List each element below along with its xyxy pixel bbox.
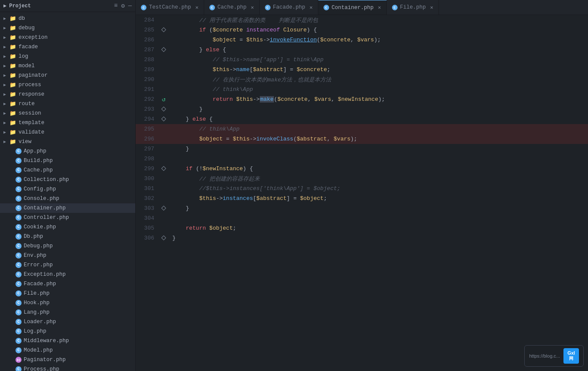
sidebar-actions: ≡ ⚙ — — [114, 2, 132, 9]
code-line-289: 289 $this->name[$abstract] = $concrete; — [136, 65, 588, 75]
file-lang[interactable]: C Lang.php — [0, 308, 135, 317]
tab-file[interactable]: C File.php ✕ — [387, 0, 439, 15]
file-file[interactable]: C File.php — [0, 289, 135, 298]
code-line-303: 303 } — [136, 203, 588, 213]
code-line-291: 291 // think\App — [136, 84, 588, 94]
code-line-304: 304 — [136, 213, 588, 223]
file-db[interactable]: C Db.php — [0, 232, 135, 241]
file-controller[interactable]: C Controller.php — [0, 213, 135, 222]
folder-template[interactable]: ▶ 📁 template — [0, 118, 135, 128]
file-env[interactable]: C Env.php — [0, 251, 135, 260]
file-build[interactable]: C Build.php — [0, 156, 135, 165]
code-editor[interactable]: 284 // 用于代表匿名函数的类 判断是不是闭包 285 if ($concr… — [136, 15, 588, 371]
close-icon[interactable]: — — [128, 2, 132, 9]
code-line-288: 288 // $this->name['app'] = think\App — [136, 55, 588, 65]
file-facade[interactable]: C Facade.php — [0, 279, 135, 289]
code-line-285: 285 if ($concrete instanceof Closure) { — [136, 25, 588, 35]
code-line-305: 305 return $object; — [136, 223, 588, 233]
folder-debug[interactable]: ▶ 📁 debug — [0, 23, 135, 33]
folder-view[interactable]: ▶ 📁 view — [0, 137, 135, 147]
sidebar: ▶ Project ≡ ⚙ — ▶ 📁 db ▶ 📁 debug ▶ 📁 exc… — [0, 0, 136, 371]
file-model[interactable]: C Model.php — [0, 346, 135, 355]
code-line-301: 301 //$this->instances['think\App'] = $o… — [136, 184, 588, 193]
tab-cache[interactable]: C Cache.php ✕ — [204, 0, 260, 15]
sidebar-title: ▶ Project — [3, 3, 31, 9]
file-collection[interactable]: C Collection.php — [0, 175, 135, 184]
code-line-292: 292 ↺ return $this->make($concrete, $var… — [136, 94, 588, 104]
tab-icon-facade: C — [265, 5, 271, 10]
project-icon: ▶ — [3, 3, 6, 9]
tab-icon-testcache: C — [141, 5, 146, 10]
file-config[interactable]: C Config.php — [0, 184, 135, 194]
file-process[interactable]: C Process.php — [0, 365, 135, 371]
folder-db[interactable]: ▶ 📁 db — [0, 14, 135, 23]
file-paginator[interactable]: IC Paginator.php — [0, 355, 135, 365]
file-loader[interactable]: C Loader.php — [0, 317, 135, 327]
file-debug[interactable]: C Debug.php — [0, 241, 135, 251]
tab-close-container[interactable]: ✕ — [378, 4, 381, 11]
code-content: 284 // 用于代表匿名函数的类 判断是不是闭包 285 if ($concr… — [136, 15, 588, 243]
file-console[interactable]: C Console.php — [0, 194, 135, 203]
code-line-295: 295 // think\App — [136, 124, 588, 134]
code-line-284: 284 // 用于代表匿名函数的类 判断是不是闭包 — [136, 15, 588, 25]
file-log[interactable]: C Log.php — [0, 327, 135, 336]
file-middleware[interactable]: C Middleware.php — [0, 336, 135, 346]
folder-exception[interactable]: ▶ 📁 exception — [0, 33, 135, 42]
tab-testcache[interactable]: C TestCache.php ✕ — [136, 0, 204, 15]
watermark: https://blog.c... Gxl 网 — [524, 345, 584, 367]
file-cookie[interactable]: C Cookie.php — [0, 222, 135, 232]
settings-icon[interactable]: ⚙ — [121, 2, 124, 9]
watermark-url: https://blog.c... — [529, 353, 560, 359]
folder-facade[interactable]: ▶ 📁 facade — [0, 42, 135, 52]
tab-close-facade[interactable]: ✕ — [310, 4, 313, 11]
tab-icon-cache: C — [209, 5, 215, 10]
folder-route[interactable]: ▶ 📁 route — [0, 99, 135, 109]
folder-model[interactable]: ▶ 📁 model — [0, 61, 135, 71]
code-line-300: 300 // 把创建的容器存起来 — [136, 174, 588, 184]
folder-session[interactable]: ▶ 📁 session — [0, 109, 135, 118]
sidebar-header: ▶ Project ≡ ⚙ — — [0, 0, 135, 12]
file-app[interactable]: C App.php — [0, 147, 135, 156]
sidebar-tree: ▶ 📁 db ▶ 📁 debug ▶ 📁 exception ▶ 📁 facad… — [0, 12, 135, 371]
code-line-287: 287 } else { — [136, 45, 588, 55]
code-line-286: 286 $object = $this->invokeFunction($con… — [136, 35, 588, 45]
tab-facade[interactable]: C Facade.php ✕ — [260, 0, 318, 15]
folder-validate[interactable]: ▶ 📁 validate — [0, 128, 135, 137]
tab-container[interactable]: C Container.php ✕ — [318, 0, 387, 15]
file-exception[interactable]: C Exception.php — [0, 270, 135, 279]
file-hook[interactable]: C Hook.php — [0, 298, 135, 308]
minimize-icon[interactable]: ≡ — [114, 2, 118, 9]
folder-response[interactable]: ▶ 📁 response — [0, 90, 135, 99]
code-line-299: 299 if (!$newInstance) { — [136, 164, 588, 174]
code-line-293: 293 } — [136, 104, 588, 114]
folder-process[interactable]: ▶ 📁 process — [0, 80, 135, 90]
tab-bar: C TestCache.php ✕ C Cache.php ✕ C Facade… — [136, 0, 588, 15]
code-line-302: 302 $this->instances[$abstract] = $objec… — [136, 193, 588, 203]
tab-close-file[interactable]: ✕ — [430, 4, 433, 11]
code-line-306: 306 } — [136, 233, 588, 243]
code-line-296: 296 $object = $this->invokeClass($abstra… — [136, 134, 588, 144]
tab-close-testcache[interactable]: ✕ — [196, 4, 199, 11]
tab-icon-file: C — [392, 5, 398, 10]
code-line-298: 298 — [136, 154, 588, 164]
main-area: C TestCache.php ✕ C Cache.php ✕ C Facade… — [136, 0, 588, 371]
tab-close-cache[interactable]: ✕ — [251, 4, 254, 11]
sidebar-title-text: Project — [9, 3, 31, 9]
folder-paginator[interactable]: ▶ 📁 paginator — [0, 71, 135, 80]
file-error[interactable]: C Error.php — [0, 260, 135, 270]
folder-log[interactable]: ▶ 📁 log — [0, 52, 135, 61]
watermark-logo: Gxl 网 — [563, 348, 579, 364]
code-line-290: 290 // 在执行一次本类的make方法，也就是本方法 — [136, 75, 588, 84]
file-cache[interactable]: C Cache.php — [0, 165, 135, 175]
tab-icon-container: C — [324, 5, 329, 10]
code-line-297: 297 } — [136, 144, 588, 154]
code-line-294: 294 } else { — [136, 114, 588, 124]
file-container[interactable]: C Container.php — [0, 203, 135, 213]
